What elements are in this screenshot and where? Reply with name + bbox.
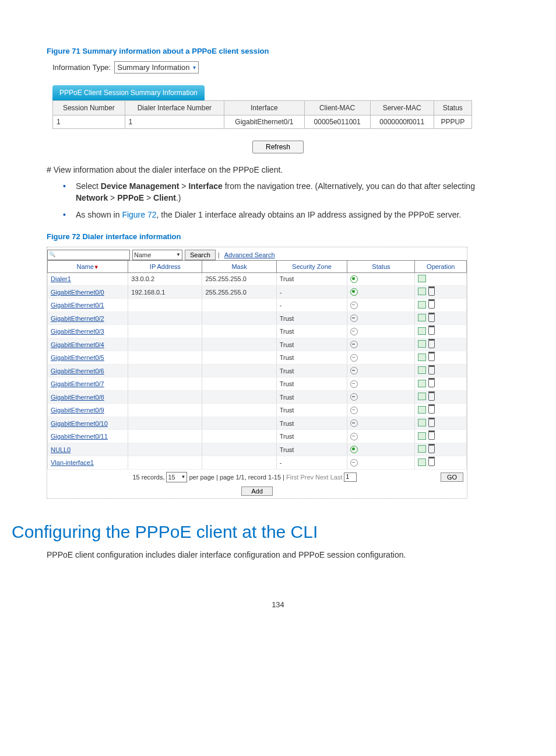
trash-icon[interactable] <box>428 288 435 296</box>
interface-table: Name▼ IP Address Mask Security Zone Stat… <box>47 260 467 470</box>
status-down-icon <box>350 341 358 348</box>
edit-icon[interactable] <box>418 354 426 361</box>
trash-icon[interactable] <box>428 327 435 335</box>
status-down-icon <box>350 433 358 440</box>
table-row: NULL0Trust <box>48 443 467 456</box>
interface-link[interactable]: GigabitEthernet0/8 <box>51 394 104 401</box>
status-down-icon <box>350 380 358 388</box>
chevron-down-icon: ▼ <box>181 474 186 480</box>
search-button[interactable]: Search <box>185 250 216 260</box>
per-page-select[interactable]: 15 ▼ <box>166 472 187 482</box>
edit-icon[interactable] <box>418 340 426 348</box>
edit-icon[interactable] <box>418 288 426 295</box>
search-field-select[interactable]: Name ▼ <box>132 250 182 260</box>
status-down-icon <box>350 459 358 467</box>
session-table: Session Number Dialer Interface Number I… <box>52 100 472 129</box>
interface-link[interactable]: GigabitEthernet0/1 <box>51 302 104 309</box>
information-type-label: Information Type: <box>52 63 111 72</box>
edit-icon[interactable] <box>418 366 426 374</box>
figure72-link[interactable]: Figure 72 <box>122 210 156 219</box>
trash-icon[interactable] <box>428 314 435 322</box>
edit-icon[interactable] <box>418 406 426 414</box>
figure71-caption: Figure 71 Summary information about a PP… <box>47 47 509 55</box>
interface-link[interactable]: GigabitEthernet0/5 <box>51 354 104 361</box>
edit-icon[interactable] <box>418 419 426 426</box>
cell-interface: GigabitEthernet0/1 <box>224 116 304 129</box>
table-row: GigabitEthernet0/6Trust <box>48 364 467 377</box>
edit-icon[interactable] <box>418 459 426 466</box>
interface-link[interactable]: GigabitEthernet0/10 <box>51 420 108 427</box>
trash-icon[interactable] <box>428 419 435 427</box>
edit-icon[interactable] <box>418 380 426 387</box>
col-session-number: Session Number <box>53 101 125 116</box>
add-button[interactable]: Add <box>241 487 273 496</box>
trash-icon[interactable] <box>428 353 435 361</box>
status-up-icon <box>350 288 358 296</box>
interface-link[interactable]: Dialer1 <box>51 275 71 282</box>
table-row: GigabitEthernet0/9Trust <box>48 404 467 417</box>
chevron-down-icon: ▾ <box>193 64 196 71</box>
advanced-search-link[interactable]: Advanced Search <box>224 251 275 258</box>
pager: 15 records, 15 ▼ per page | page 1/1, re… <box>47 470 467 485</box>
information-type-row: Information Type: Summary Information ▾ <box>52 61 509 74</box>
status-down-icon <box>350 367 358 374</box>
edit-icon[interactable] <box>418 393 426 400</box>
col-status: Status <box>434 101 471 116</box>
refresh-button[interactable]: Refresh <box>252 141 304 153</box>
section-heading: Configuring the PPPoE client at the CLI <box>12 522 509 542</box>
col-server-mac: Server-MAC <box>370 101 434 116</box>
figure72-caption: Figure 72 Dialer interface information <box>47 232 509 241</box>
table-row: GigabitEthernet0/0192.168.0.1255.255.255… <box>48 285 467 299</box>
table-row: GigabitEthernet0/3Trust <box>48 325 467 338</box>
edit-icon[interactable] <box>418 275 426 282</box>
col-mask[interactable]: Mask <box>202 260 276 272</box>
col-operation: Operation <box>415 260 467 272</box>
edit-icon[interactable] <box>418 445 426 453</box>
information-type-select[interactable]: Summary Information ▾ <box>114 61 199 74</box>
edit-icon[interactable] <box>418 432 426 440</box>
trash-icon[interactable] <box>428 366 435 374</box>
interface-link[interactable]: GigabitEthernet0/6 <box>51 368 104 374</box>
status-down-icon <box>350 314 358 322</box>
status-down-icon <box>350 393 358 401</box>
col-status[interactable]: Status <box>347 260 415 272</box>
search-input[interactable] <box>47 250 130 260</box>
interface-link[interactable]: NULL0 <box>51 446 71 453</box>
interface-link[interactable]: GigabitEthernet0/9 <box>51 407 104 414</box>
col-name[interactable]: Name▼ <box>48 260 128 272</box>
trash-icon[interactable] <box>428 340 435 348</box>
col-ip[interactable]: IP Address <box>128 260 202 272</box>
pager-goto-input[interactable] <box>344 473 357 482</box>
interface-link[interactable]: GigabitEthernet0/0 <box>51 289 104 296</box>
interface-link[interactable]: Vlan-interface1 <box>51 459 94 466</box>
pager-last[interactable]: Last <box>330 474 343 481</box>
table-row: GigabitEthernet0/11Trust <box>48 430 467 443</box>
cell-session-num: 1 <box>53 116 125 129</box>
interface-link[interactable]: GigabitEthernet0/11 <box>51 433 108 440</box>
interface-link[interactable]: GigabitEthernet0/4 <box>51 341 104 348</box>
trash-icon[interactable] <box>428 393 435 401</box>
pager-next[interactable]: Next <box>315 474 329 481</box>
edit-icon[interactable] <box>418 314 426 321</box>
status-down-icon <box>350 302 358 309</box>
trash-icon[interactable] <box>428 432 435 440</box>
search-bar: Name ▼ Search | Advanced Search <box>47 250 467 260</box>
trash-icon[interactable] <box>428 405 435 414</box>
status-up-icon <box>350 446 358 453</box>
col-zone[interactable]: Security Zone <box>276 260 347 272</box>
edit-icon[interactable] <box>418 301 426 309</box>
interface-link[interactable]: GigabitEthernet0/3 <box>51 328 104 335</box>
table-row: GigabitEthernet0/10Trust <box>48 416 467 430</box>
trash-icon[interactable] <box>428 379 435 387</box>
go-button[interactable]: GO <box>441 473 463 482</box>
cell-server-mac: 0000000f0011 <box>370 116 434 129</box>
edit-icon[interactable] <box>418 327 426 335</box>
col-interface: Interface <box>224 101 304 116</box>
trash-icon[interactable] <box>428 300 435 309</box>
interface-link[interactable]: GigabitEthernet0/7 <box>51 380 104 387</box>
trash-icon[interactable] <box>428 445 435 453</box>
trash-icon[interactable] <box>428 458 435 466</box>
pager-prev[interactable]: Prev <box>300 474 314 481</box>
interface-link[interactable]: GigabitEthernet0/2 <box>51 315 104 322</box>
pager-first[interactable]: First <box>286 474 298 481</box>
